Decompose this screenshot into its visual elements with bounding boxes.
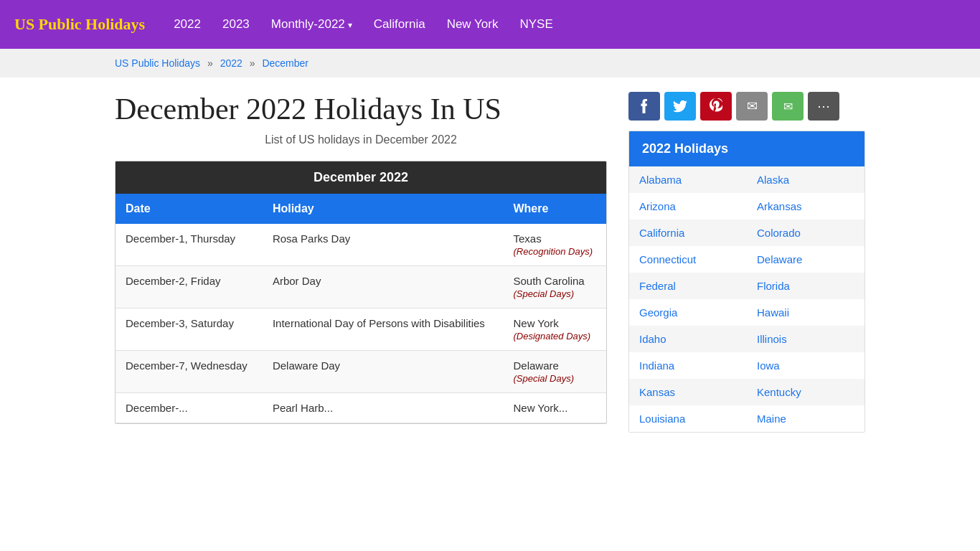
nav-monthly[interactable]: Monthly-2022▾ bbox=[271, 17, 352, 31]
cell-where: New York... bbox=[503, 393, 606, 423]
breadcrumb-sep-1: » bbox=[207, 57, 213, 69]
table-row: December-2, FridayArbor DaySouth Carolin… bbox=[116, 266, 606, 309]
right-sidebar: ✉ ✉ ⋯ 2022 Holidays AlabamaAlaskaArizona… bbox=[628, 92, 865, 433]
state-link[interactable]: Louisiana bbox=[639, 413, 685, 425]
state-link[interactable]: Federal bbox=[639, 280, 676, 292]
state-link[interactable]: Illinois bbox=[757, 333, 787, 345]
state-link[interactable]: Florida bbox=[757, 280, 790, 292]
nav-2022[interactable]: 2022 bbox=[174, 17, 201, 31]
state-link[interactable]: Alaska bbox=[757, 174, 789, 186]
state-cell: Alabama bbox=[629, 166, 747, 193]
state-cell: Colorado bbox=[747, 220, 864, 246]
share-sms-button[interactable]: ✉ bbox=[772, 92, 804, 121]
state-link[interactable]: California bbox=[639, 227, 684, 239]
cell-where: South Carolina (Special Days) bbox=[503, 266, 606, 309]
nav-california[interactable]: California bbox=[374, 17, 425, 31]
cell-holiday: Delaware Day bbox=[263, 351, 504, 393]
cell-tag: (Recognition Days) bbox=[513, 246, 593, 257]
share-email-button[interactable]: ✉ bbox=[736, 92, 768, 121]
state-link[interactable]: Kentucky bbox=[757, 386, 801, 398]
share-twitter-button[interactable] bbox=[664, 92, 696, 121]
state-cell: Iowa bbox=[747, 352, 864, 379]
state-link[interactable]: Idaho bbox=[639, 333, 666, 345]
state-link[interactable]: Colorado bbox=[757, 227, 801, 239]
nav-links: 2022 2023 Monthly-2022▾ California New Y… bbox=[174, 17, 553, 32]
state-cell: Delaware bbox=[747, 246, 864, 273]
col-date: Date bbox=[116, 194, 263, 224]
nav-newyork[interactable]: New York bbox=[447, 17, 499, 31]
state-link[interactable]: Arizona bbox=[639, 200, 676, 212]
state-link[interactable]: Indiana bbox=[639, 359, 674, 372]
state-link[interactable]: Hawaii bbox=[757, 306, 789, 319]
holidays-panel: 2022 Holidays AlabamaAlaskaArizonaArkans… bbox=[628, 131, 865, 433]
cell-holiday: Pearl Harb... bbox=[263, 393, 504, 423]
share-pinterest-button[interactable] bbox=[700, 92, 732, 121]
cell-date: December-7, Wednesday bbox=[116, 351, 263, 393]
state-link[interactable]: Maine bbox=[757, 413, 786, 425]
nav-nyse[interactable]: NYSE bbox=[519, 17, 552, 31]
table-body: December-1, ThursdayRosa Parks DayTexas … bbox=[116, 224, 606, 423]
cell-tag: (Special Days) bbox=[513, 373, 574, 384]
cell-where: New York (Designated Days) bbox=[503, 309, 606, 351]
share-facebook-button[interactable] bbox=[628, 92, 660, 121]
state-cell: Hawaii bbox=[747, 299, 864, 326]
cell-date: December-1, Thursday bbox=[116, 224, 263, 266]
state-cell: Indiana bbox=[629, 352, 747, 379]
table-section-header: December 2022 bbox=[116, 161, 606, 194]
table-row: December-1, ThursdayRosa Parks DayTexas … bbox=[116, 224, 606, 266]
col-where: Where bbox=[503, 194, 606, 224]
state-link[interactable]: Iowa bbox=[757, 359, 780, 372]
state-link[interactable]: Delaware bbox=[757, 253, 802, 265]
cell-holiday: Arbor Day bbox=[263, 266, 504, 309]
state-cell: Illinois bbox=[747, 326, 864, 352]
share-more-button[interactable]: ⋯ bbox=[808, 92, 839, 121]
table-row: December-7, WednesdayDelaware DayDelawar… bbox=[116, 351, 606, 393]
cell-tag: (Special Days) bbox=[513, 288, 574, 299]
breadcrumb: US Public Holidays » 2022 » December bbox=[115, 57, 865, 69]
state-cell: Florida bbox=[747, 273, 864, 299]
cell-where: Delaware (Special Days) bbox=[503, 351, 606, 393]
cell-holiday: International Day of Persons with Disabi… bbox=[263, 309, 504, 351]
main-container: December 2022 Holidays In US List of US … bbox=[0, 77, 980, 447]
breadcrumb-month[interactable]: December bbox=[262, 57, 308, 69]
holidays-data-table: Date Holiday Where December-1, ThursdayR… bbox=[116, 194, 606, 423]
navbar: US Public Holidays 2022 2023 Monthly-202… bbox=[0, 0, 980, 49]
breadcrumb-sep-2: » bbox=[250, 57, 255, 69]
left-content: December 2022 Holidays In US List of US … bbox=[115, 92, 607, 424]
brand-logo[interactable]: US Public Holidays bbox=[14, 15, 145, 34]
cell-date: December-3, Saturday bbox=[116, 309, 263, 351]
col-holiday: Holiday bbox=[263, 194, 504, 224]
state-cell: Federal bbox=[629, 273, 747, 299]
state-cell: California bbox=[629, 220, 747, 246]
state-cell: Alaska bbox=[747, 166, 864, 193]
pinterest-icon bbox=[710, 98, 722, 114]
state-link[interactable]: Arkansas bbox=[757, 200, 802, 212]
cell-date: December-2, Friday bbox=[116, 266, 263, 309]
state-link[interactable]: Georgia bbox=[639, 306, 677, 319]
state-link[interactable]: Alabama bbox=[639, 174, 682, 186]
state-cell: Connecticut bbox=[629, 246, 747, 273]
table-header-row: Date Holiday Where bbox=[116, 194, 606, 224]
state-cell: Idaho bbox=[629, 326, 747, 352]
twitter-icon bbox=[673, 100, 687, 113]
cell-where: Texas (Recognition Days) bbox=[503, 224, 606, 266]
table-row: December-...Pearl Harb...New York... bbox=[116, 393, 606, 423]
breadcrumb-home[interactable]: US Public Holidays bbox=[115, 57, 200, 69]
panel-header: 2022 Holidays bbox=[629, 131, 864, 166]
state-link[interactable]: Connecticut bbox=[639, 253, 696, 265]
state-cell: Georgia bbox=[629, 299, 747, 326]
nav-2023[interactable]: 2023 bbox=[222, 17, 250, 31]
state-cell: Louisiana bbox=[629, 405, 747, 432]
state-cell: Maine bbox=[747, 405, 864, 432]
dropdown-arrow-icon: ▾ bbox=[348, 20, 352, 30]
page-subtitle: List of US holidays in December 2022 bbox=[115, 133, 607, 146]
cell-holiday: Rosa Parks Day bbox=[263, 224, 504, 266]
holidays-table: December 2022 Date Holiday Where Decembe… bbox=[115, 161, 607, 424]
breadcrumb-year[interactable]: 2022 bbox=[220, 57, 242, 69]
state-link[interactable]: Kansas bbox=[639, 386, 675, 398]
facebook-icon bbox=[640, 98, 649, 114]
table-row: December-3, SaturdayInternational Day of… bbox=[116, 309, 606, 351]
page-title: December 2022 Holidays In US bbox=[115, 92, 607, 126]
state-cell: Kansas bbox=[629, 379, 747, 405]
state-cell: Arizona bbox=[629, 193, 747, 220]
